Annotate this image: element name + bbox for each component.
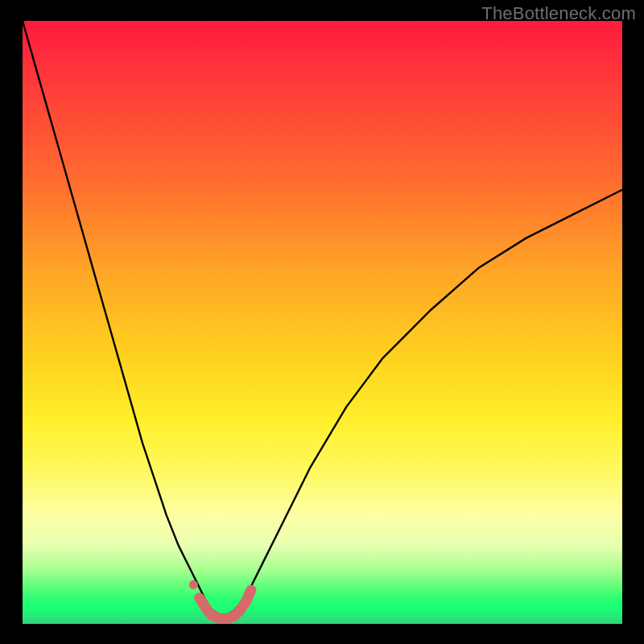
bottleneck-curve [23, 21, 622, 615]
marker-band [200, 590, 251, 618]
chart-frame: TheBottleneck.com [0, 0, 644, 644]
watermark-text: TheBottleneck.com [481, 3, 636, 24]
marker-dot [189, 580, 198, 589]
chart-svg [23, 21, 622, 624]
plot-area [23, 21, 622, 624]
